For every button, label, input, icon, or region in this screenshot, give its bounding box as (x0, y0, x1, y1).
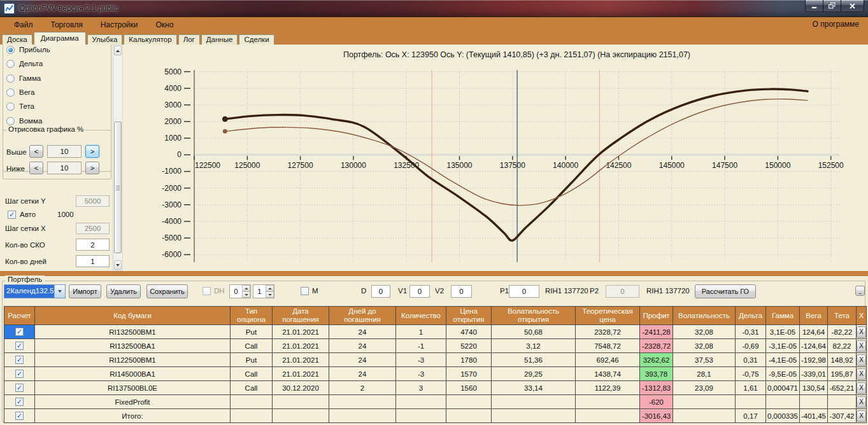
row-delete-button[interactable]: X (857, 368, 866, 380)
svg-text:3000: 3000 (164, 101, 181, 109)
minimize-button[interactable] (805, 0, 823, 12)
radio-option-1[interactable]: Дельта (6, 59, 43, 69)
chevron-down-icon[interactable] (54, 285, 65, 298)
spinner-a-down-button[interactable] (242, 291, 250, 298)
menu-item-about[interactable]: О программе (813, 20, 859, 29)
spinner-a[interactable]: 0 (229, 284, 251, 298)
radio-option-label: Прибыль (19, 46, 50, 53)
grid-step-x-field[interactable] (76, 223, 110, 234)
save-button[interactable]: Сохранить (146, 284, 188, 298)
row-calc-checkbox[interactable]: ✓ (15, 328, 24, 336)
d-field[interactable] (371, 285, 390, 298)
portfolio-combobox[interactable]: 2Календ132.5 (4, 284, 66, 298)
tab-Сделки[interactable]: Сделки (239, 34, 274, 45)
left-panel-scrollbar[interactable] (113, 45, 123, 271)
above-decrement-button[interactable]: < (29, 145, 43, 158)
m-checkbox[interactable] (301, 287, 309, 295)
v2-field[interactable] (451, 285, 472, 298)
cell-days: 24 (329, 325, 396, 339)
above-increment-button[interactable]: > (85, 145, 99, 158)
column-header-1[interactable]: Код бумаги (35, 307, 231, 325)
collapse-button[interactable]: _ (855, 286, 865, 296)
column-header-5[interactable]: Количество (396, 307, 446, 325)
row-calc-checkbox[interactable]: ✓ (15, 384, 24, 392)
column-header-10[interactable]: Волатильность (673, 307, 736, 325)
row-calc-checkbox[interactable]: ✓ (15, 398, 24, 406)
row-delete-button[interactable]: X (857, 354, 866, 366)
below-decrement-button[interactable]: < (29, 162, 43, 174)
radio-option-0[interactable]: Прибыль (6, 45, 50, 55)
column-header-15[interactable]: X (857, 307, 867, 325)
menu-item-2[interactable]: Настройки (92, 20, 147, 29)
spinner-b-down-button[interactable] (266, 291, 274, 298)
spinner-a-up-button[interactable] (242, 285, 250, 291)
row-delete-button[interactable]: X (857, 326, 866, 338)
column-header-11[interactable]: Дельта (736, 307, 766, 325)
column-header-8[interactable]: Теоретическая цена (576, 307, 640, 325)
row-calc-cell[interactable]: ✓ (4, 409, 35, 423)
chart-svg[interactable]: 500040003000200010000-1000-2000-3000-400… (127, 45, 868, 271)
close-button[interactable] (841, 0, 864, 12)
tab-Данные[interactable]: Данные (201, 34, 238, 45)
column-header-3[interactable]: Дата погашения (273, 307, 329, 325)
delete-button[interactable]: Удалить (106, 284, 141, 298)
radio-option-2[interactable]: Гамма (6, 73, 41, 83)
radio-option-5[interactable]: Вомма (6, 116, 42, 126)
auto-checkbox[interactable]: ✓ (8, 211, 16, 219)
column-header-14[interactable]: Тета (828, 307, 857, 325)
row-calc-cell[interactable]: ✓ (4, 395, 35, 409)
menu-item-1[interactable]: Торговля (42, 20, 92, 29)
cell-delta: 0,17 (736, 409, 766, 423)
scroll-down-button[interactable] (114, 260, 122, 270)
import-button[interactable]: Импорт (69, 284, 101, 298)
spinner-b-up-button[interactable] (266, 285, 274, 291)
column-header-12[interactable]: Гамма (766, 307, 800, 325)
tab-Лог[interactable]: Лог (178, 34, 200, 45)
row-calc-checkbox[interactable]: ✓ (15, 356, 24, 364)
row-calc-checkbox[interactable]: ✓ (15, 342, 24, 350)
tab-Улыбка[interactable]: Улыбка (87, 34, 123, 45)
menu-item-0[interactable]: Файл (5, 20, 42, 29)
scrollbar-thumb[interactable] (114, 122, 122, 253)
below-increment-button[interactable]: > (85, 162, 99, 174)
column-header-4[interactable]: Дней до погашения (329, 307, 396, 325)
row-calc-cell[interactable]: ✓ (4, 325, 35, 339)
radio-option-4[interactable]: Тета (6, 101, 34, 111)
svg-text:145000: 145000 (659, 161, 685, 170)
sko-count-field[interactable] (76, 239, 110, 251)
row-delete-button[interactable]: X (857, 396, 866, 408)
column-header-13[interactable]: Вега (800, 307, 828, 325)
radio-option-3[interactable]: Вега (6, 87, 34, 97)
p1-field[interactable] (509, 285, 539, 298)
spinner-b[interactable]: 1 (253, 284, 274, 298)
row-delete-button[interactable]: X (857, 382, 866, 394)
p2-field[interactable] (606, 285, 639, 298)
tab-Доска[interactable]: Доска (2, 34, 32, 45)
row-calc-cell[interactable]: ✓ (4, 367, 35, 381)
row-calc-checkbox[interactable]: ✓ (15, 412, 24, 420)
column-header-7[interactable]: Волатильность открытия (492, 307, 576, 325)
column-header-0[interactable]: Расчет (4, 307, 35, 325)
grid-step-y-field[interactable] (76, 195, 110, 207)
tab-Диаграмма[interactable]: Диаграмма (34, 32, 86, 45)
cell-date: 30.12.2020 (273, 381, 329, 395)
row-delete-button[interactable]: X (857, 410, 866, 422)
column-header-6[interactable]: Цена открытия (446, 307, 492, 325)
row-calc-checkbox[interactable]: ✓ (15, 370, 24, 378)
row-delete-button[interactable]: X (857, 340, 866, 352)
dh-checkbox[interactable] (203, 287, 211, 295)
restore-button[interactable] (823, 0, 841, 12)
title-bar[interactable]: OptionFVV версия 2.1 public (0, 0, 868, 17)
scroll-up-button[interactable] (114, 46, 122, 55)
days-count-field[interactable] (76, 255, 110, 267)
column-header-9[interactable]: Профит (640, 307, 673, 325)
row-calc-cell[interactable]: ✓ (4, 339, 35, 353)
calc-go-button[interactable]: Рассчитать ГО (695, 284, 756, 298)
menu-item-3[interactable]: Окно (147, 20, 183, 29)
row-calc-cell[interactable]: ✓ (4, 381, 35, 395)
column-header-2[interactable]: Тип опциона (231, 307, 273, 325)
row-calc-cell[interactable]: ✓ (4, 353, 35, 367)
tab-Калькулятор[interactable]: Калькулятор (124, 34, 176, 45)
cell-delta: -0,69 (736, 339, 766, 353)
v1-field[interactable] (409, 285, 430, 298)
